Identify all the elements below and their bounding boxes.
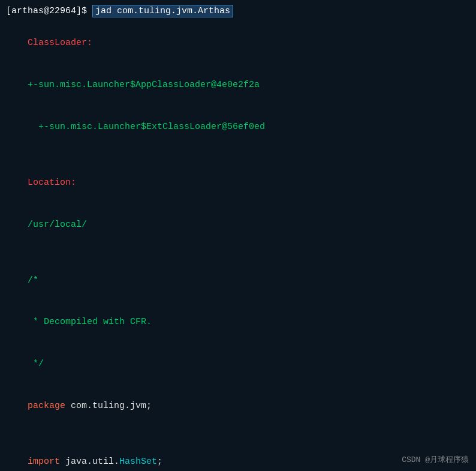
command-text: jad com.tuling.jvm.Arthas — [92, 5, 233, 17]
prompt-line: [arthas@22964]$ jad com.tuling.jvm.Artha… — [6, 5, 470, 17]
prompt-text: [arthas@22964]$ — [6, 6, 92, 16]
blank2 — [6, 245, 470, 259]
blank1 — [6, 148, 470, 161]
import-line: import java.util.HashSet; — [6, 441, 470, 472]
classloader-ext: +-sun.misc.Launcher$ExtClassLoader@56ef0… — [6, 106, 470, 148]
location-label: Location: — [6, 162, 470, 204]
comment3: */ — [6, 343, 470, 385]
classloader-app: +-sun.misc.Launcher$AppClassLoader@4e0e2… — [6, 64, 470, 106]
blank3 — [6, 427, 470, 440]
comment1: /* — [6, 259, 470, 301]
package-line: package com.tuling.jvm; — [6, 385, 470, 427]
comment2: * Decompiled with CFR. — [6, 301, 470, 343]
location-path: /usr/local/ — [6, 203, 470, 245]
terminal-window: [arthas@22964]$ jad com.tuling.jvm.Artha… — [0, 0, 476, 471]
classloader-label: ClassLoader: — [6, 22, 470, 64]
watermark: CSDN @月球程序猿 — [402, 454, 469, 465]
